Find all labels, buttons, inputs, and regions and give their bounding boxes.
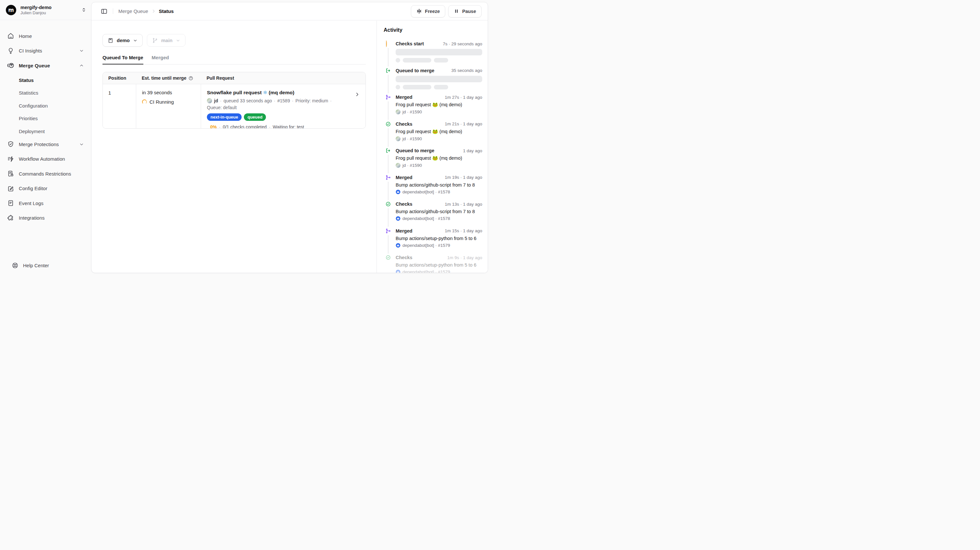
queued-icon <box>386 148 391 153</box>
progress-percent: 0% <box>210 124 216 128</box>
pause-button[interactable]: Pause <box>448 5 482 17</box>
dependabot-icon <box>396 190 401 194</box>
label-next-in-queue: next-in-queue <box>207 113 242 121</box>
activity-label: Checks <box>396 201 412 207</box>
activity-pr-title: Bump actions/github-script from 7 to 8 <box>396 182 482 187</box>
activity-time: 1m 19s · 1 day ago <box>445 175 482 180</box>
row-chevron-right-icon[interactable] <box>355 92 360 97</box>
chevron-down-icon <box>133 38 137 43</box>
activity-item-queued-to-merge-1[interactable]: Queued to merge35 seconds ago <box>386 68 482 94</box>
activity-pr-title: Bump actions/github-script from 7 to 8 <box>396 209 482 214</box>
sidebar-item-merge-protections[interactable]: Merge Protections <box>0 138 91 151</box>
frog-emoji: 🐸 <box>432 129 438 134</box>
activity-title: Activity <box>383 27 488 33</box>
puzzle-icon <box>7 214 14 222</box>
dependabot-icon <box>396 243 401 248</box>
tab-merged[interactable]: Merged <box>152 55 169 65</box>
activity-item-checks-6[interactable]: Checks1m 13s · 1 day agoBump actions/git… <box>386 201 482 227</box>
activity-pr-author: jd · #1590 <box>396 163 482 168</box>
tab-queued-to-merge[interactable]: Queued To Merge <box>102 55 143 65</box>
sidebar-subnav: StatusStatisticsConfigurationPrioritiesD… <box>0 74 91 138</box>
author-and-number: dependabot[bot] · #1579 <box>402 269 450 273</box>
activity-item-merged-5[interactable]: Merged1m 19s · 1 day agoBump actions/git… <box>386 175 482 201</box>
avatar <box>207 98 212 103</box>
chevron-up-icon <box>79 63 84 68</box>
author-and-number: dependabot[bot] · #1579 <box>402 243 450 248</box>
git-branch-icon <box>152 38 158 43</box>
sidebar-item-commands-restrictions[interactable]: Commands Restrictions <box>0 167 91 180</box>
activity-time: 1 day ago <box>463 148 482 153</box>
sidebar-item-label: Workflow Automation <box>19 156 65 162</box>
activity-item-merged-7[interactable]: Merged1m 15s · 1 day agoBump actions/set… <box>386 228 482 254</box>
frog-emoji: 🐸 <box>432 155 438 161</box>
queue-table-header: Position Est. time until merge Pull Requ… <box>103 72 366 84</box>
home-icon <box>7 32 14 40</box>
chevrons-up-down-icon <box>81 7 87 13</box>
breadcrumb-merge-queue[interactable]: Merge Queue <box>118 8 148 14</box>
activity-label: Queued to merge <box>396 68 434 73</box>
chevron-down-icon <box>79 142 84 147</box>
activity-item-merged-2[interactable]: Merged1m 27s · 1 day agoFrog pull reques… <box>386 95 482 120</box>
pr-checks-progress: 0% · 0/1 checks completed · Waiting for:… <box>210 124 366 128</box>
activity-panel: Activity Checks start7s · 29 seconds ago… <box>377 21 488 273</box>
queue-content: demo main Queued To Merge Merged Positio… <box>91 21 377 273</box>
snow-emoji: ❄ <box>263 90 267 95</box>
branch-select[interactable]: main <box>147 34 186 47</box>
activity-item-checks-3[interactable]: Checks1m 21s · 1 day agoFrog pull reques… <box>386 122 482 147</box>
sidebar-item-label: Merge Protections <box>19 141 59 147</box>
queue-row[interactable]: 1 in 39 seconds CI Running Snowflake pul… <box>103 84 366 128</box>
activity-item-queued-to-merge-4[interactable]: Queued to merge1 day agoFrog pull reques… <box>386 148 482 174</box>
edit-square-icon <box>7 185 14 192</box>
sidebar-item-label: Integrations <box>19 215 45 220</box>
repo-select[interactable]: demo <box>102 34 143 47</box>
sidebar-item-workflow-automation[interactable]: Workflow Automation <box>0 152 91 165</box>
help-center-label: Help Center <box>23 263 49 268</box>
sidebar-subitem-deployment[interactable]: Deployment <box>0 125 91 138</box>
sidebar-item-integrations[interactable]: Integrations <box>0 211 91 225</box>
author-and-number: jd · #1590 <box>402 136 422 141</box>
activity-pr-title: Frog pull request 🐸 (mq demo) <box>396 102 482 108</box>
sidebar-item-merge-queue[interactable]: Merge Queue <box>0 59 91 72</box>
waiting-for: Waiting for: test <box>273 124 304 128</box>
merged-icon <box>386 95 391 100</box>
repo-book-icon <box>108 38 113 43</box>
page-header: Merge Queue Status Freeze Pause <box>91 2 488 21</box>
author-and-number: dependabot[bot] · #1578 <box>402 190 450 194</box>
shield-check-icon <box>7 141 14 148</box>
sidebar-toggle-icon[interactable] <box>100 8 108 15</box>
sidebar-item-label: Merge Queue <box>19 63 50 68</box>
org-switcher[interactable]: m mergify-demo Julien Danjou <box>0 0 91 20</box>
timeline-connector <box>388 75 388 93</box>
freeze-button[interactable]: Freeze <box>411 5 445 17</box>
snowflake-icon <box>417 8 422 14</box>
activity-label: Queued to merge <box>396 148 434 153</box>
sidebar-item-help-center[interactable]: Help Center <box>0 259 91 272</box>
activity-label: Merged <box>396 175 412 180</box>
sidebar-item-event-logs[interactable]: Event Logs <box>0 197 91 209</box>
chevron-down-icon <box>79 48 84 53</box>
activity-item-checks-8[interactable]: Checks1m 9s · 1 day agoBump actions/setu… <box>386 255 482 273</box>
sidebar-item-home[interactable]: Home <box>0 30 91 43</box>
repo-select-value: demo <box>117 38 130 43</box>
pr-number: #1589 <box>277 98 290 103</box>
activity-pr-title: Frog pull request 🐸 (mq demo) <box>396 155 482 161</box>
sidebar-item-config-editor[interactable]: Config Editor <box>0 182 91 195</box>
sidebar-item-ci-insights[interactable]: CI Insights <box>0 44 91 57</box>
checks-icon <box>386 255 391 260</box>
org-name: mergify-demo <box>21 5 77 10</box>
sidebar-subitem-configuration[interactable]: Configuration <box>0 100 91 113</box>
merged-icon <box>386 228 391 233</box>
sidebar-item-label: Event Logs <box>19 200 43 206</box>
avatar <box>396 163 401 168</box>
ci-insights-icon <box>7 47 14 54</box>
checks-completed: 0/1 checks completed <box>223 124 267 128</box>
activity-item-checks-start-0[interactable]: Checks start7s · 29 seconds ago <box>386 41 482 67</box>
timeline-connector <box>388 101 388 120</box>
row-est-time: in 39 seconds <box>142 90 201 95</box>
activity-time: 1m 9s · 1 day ago <box>447 255 482 260</box>
sidebar-subitem-statistics[interactable]: Statistics <box>0 87 91 100</box>
sidebar-subitem-priorities[interactable]: Priorities <box>0 112 91 125</box>
sidebar-subitem-status[interactable]: Status <box>0 74 91 87</box>
activity-time: 35 seconds ago <box>452 68 482 73</box>
help-circle-icon[interactable] <box>188 76 193 81</box>
